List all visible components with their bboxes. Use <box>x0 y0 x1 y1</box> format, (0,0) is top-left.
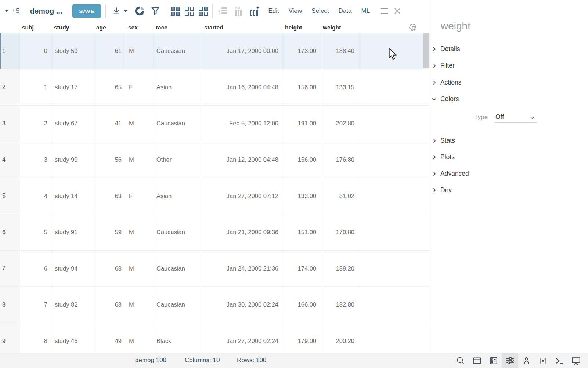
cell-empty[interactable] <box>359 214 430 250</box>
panel-section-filter[interactable]: Filter <box>430 60 455 71</box>
caret-down-icon[interactable] <box>5 10 8 12</box>
cell-empty[interactable] <box>359 287 430 323</box>
cell-sex[interactable]: M <box>126 142 154 178</box>
column-header-age[interactable]: age <box>94 22 126 33</box>
cell-sex[interactable]: M <box>126 106 154 142</box>
cell-sex[interactable]: F <box>126 69 154 106</box>
table-row[interactable]: 8 7 study 82 68 M Caucasian Jan 30, 2000… <box>0 287 430 323</box>
table-row[interactable]: 2 1 study 17 65 F Asian Jan 16, 2000 04:… <box>0 69 430 106</box>
cell-started[interactable]: Jan 16, 2000 04:48 <box>202 69 283 106</box>
row-number-cell[interactable]: 2 <box>0 69 20 106</box>
cell-weight[interactable]: 188.40 <box>321 33 359 69</box>
cell-started[interactable]: Jan 27, 2000 07:12 <box>202 178 283 214</box>
cell-study[interactable]: study 94 <box>52 251 94 287</box>
save-button[interactable]: SAVE <box>72 4 101 18</box>
cell-weight[interactable]: 200.20 <box>321 323 359 353</box>
status-table-name[interactable]: demog 100 <box>135 357 166 364</box>
remove-rows-icon[interactable]: ×× <box>218 7 228 15</box>
cell-study[interactable]: study 99 <box>52 142 94 178</box>
cell-started[interactable]: Feb 5, 2000 12:00 <box>202 106 283 142</box>
grid-layout-mixed-icon[interactable] <box>199 7 208 16</box>
remove-columns-icon[interactable]: ×× <box>234 6 244 16</box>
panel-section-stats[interactable]: Stats <box>430 135 455 146</box>
panel-section-plots[interactable]: Plots <box>430 151 455 162</box>
column-header-subj[interactable]: subj <box>20 22 52 33</box>
cell-study[interactable]: study 67 <box>52 106 94 142</box>
panel-section-details[interactable]: Details <box>430 43 460 54</box>
row-number-cell[interactable]: 4 <box>0 142 20 178</box>
cell-race[interactable]: Caucasian <box>154 33 202 69</box>
cell-height[interactable]: 173.00 <box>283 33 321 69</box>
presentation-icon[interactable] <box>568 353 584 368</box>
cell-age[interactable]: 68 <box>94 287 126 323</box>
cell-empty[interactable] <box>359 33 430 69</box>
cell-empty[interactable] <box>359 106 430 142</box>
refresh-icon[interactable] <box>134 6 145 17</box>
row-number-cell[interactable]: 5 <box>0 178 20 214</box>
status-columns-count[interactable]: Columns: 10 <box>185 357 220 364</box>
cell-subj[interactable]: 5 <box>20 214 52 250</box>
table-row[interactable]: 6 5 study 91 59 M Caucasian Jan 21, 2000… <box>0 214 430 251</box>
filter-funnel-icon[interactable] <box>150 6 160 16</box>
menu-edit[interactable]: Edit <box>268 7 279 15</box>
gear-icon[interactable] <box>409 24 416 31</box>
panel-section-colors[interactable]: Colors <box>430 93 459 104</box>
cell-race[interactable]: Caucasian <box>154 214 202 250</box>
row-number-cell[interactable]: 7 <box>0 251 20 287</box>
cell-subj[interactable]: 7 <box>20 287 52 323</box>
cell-empty[interactable] <box>359 323 430 353</box>
add-column-icon[interactable]: + <box>250 6 259 16</box>
cell-age[interactable]: 63 <box>94 178 126 214</box>
cell-race[interactable]: Caucasian <box>154 106 202 142</box>
menu-ml[interactable]: ML <box>361 7 370 15</box>
cell-age[interactable]: 56 <box>94 142 126 178</box>
column-header-study[interactable]: study <box>52 22 94 33</box>
table-row[interactable]: 1 0 study 59 61 M Caucasian Jan 17, 2000… <box>0 33 430 69</box>
cell-subj[interactable]: 6 <box>20 251 52 287</box>
column-header-sex[interactable]: sex <box>126 22 154 33</box>
close-icon[interactable] <box>394 7 401 15</box>
cell-race[interactable]: Other <box>154 142 202 178</box>
cell-weight[interactable]: 202.80 <box>321 106 359 142</box>
cell-subj[interactable]: 2 <box>20 106 52 142</box>
cell-age[interactable]: 59 <box>94 214 126 250</box>
cell-started[interactable]: Jan 21, 2000 09:36 <box>202 214 283 250</box>
column-header-started[interactable]: started <box>202 22 283 33</box>
cell-sex[interactable]: M <box>126 287 154 323</box>
properties-list-icon[interactable] <box>485 353 502 368</box>
cell-age[interactable]: 41 <box>94 106 126 142</box>
cell-empty[interactable] <box>359 69 430 106</box>
panel-section-advanced[interactable]: Advanced <box>430 168 469 179</box>
tab-badge[interactable]: +5 <box>12 7 20 15</box>
table-row[interactable]: 9 8 study 46 49 M Black Jan 27, 2000 02:… <box>0 323 430 353</box>
status-rows-count[interactable]: Rows: 100 <box>237 357 266 364</box>
menu-data[interactable]: Data <box>339 7 352 15</box>
cell-age[interactable]: 49 <box>94 323 126 353</box>
column-header-height[interactable]: height <box>283 22 321 33</box>
cell-study[interactable]: study 14 <box>52 178 94 214</box>
sliders-icon[interactable] <box>502 353 518 368</box>
cell-started[interactable]: Jan 17, 2000 00:00 <box>202 33 283 69</box>
cell-study[interactable]: study 91 <box>52 214 94 250</box>
vertical-scrollbar-thumb[interactable] <box>423 33 429 68</box>
menu-select[interactable]: Select <box>311 7 329 15</box>
cell-race[interactable]: Caucasian <box>154 287 202 323</box>
cell-weight[interactable]: 189.20 <box>321 251 359 287</box>
color-type-select[interactable]: Off <box>494 112 537 123</box>
cell-sex[interactable]: F <box>126 178 154 214</box>
cell-started[interactable]: Jan 27, 2000 02:24 <box>202 323 283 353</box>
cell-subj[interactable]: 1 <box>20 69 52 106</box>
user-icon[interactable] <box>518 353 535 368</box>
hamburger-icon[interactable] <box>381 8 388 14</box>
row-number-cell[interactable]: 1 <box>0 33 20 69</box>
cell-sex[interactable]: M <box>126 214 154 250</box>
cell-empty[interactable] <box>359 251 430 287</box>
variables-icon[interactable] <box>535 353 551 368</box>
panel-section-dev[interactable]: Dev <box>430 185 452 196</box>
search-icon[interactable] <box>452 353 469 368</box>
cell-study[interactable]: study 17 <box>52 69 94 106</box>
cell-age[interactable]: 61 <box>94 33 126 69</box>
table-row[interactable]: 7 6 study 94 68 M Caucasian Jan 24, 2000… <box>0 251 430 287</box>
cell-started[interactable]: Jan 24, 2000 21:36 <box>202 251 283 287</box>
cell-study[interactable]: study 46 <box>52 323 94 353</box>
